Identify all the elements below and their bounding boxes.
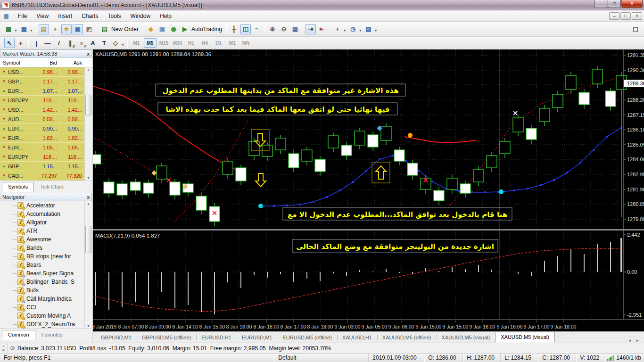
chevron-down-icon[interactable]: ▼ <box>30 29 33 32</box>
table-row[interactable]: ▼USDJPY110....110.... <box>0 96 92 105</box>
scroll-down-icon[interactable]: ▼ <box>85 324 92 328</box>
tile-windows-button[interactable]: ▦ <box>290 24 300 34</box>
zoom-out-button[interactable]: ⊖ <box>279 24 289 34</box>
navigator-item[interactable]: fBands <box>0 244 92 252</box>
mdi-minimize-button[interactable]: – <box>609 12 619 20</box>
tab-common[interactable]: Common <box>2 330 35 340</box>
timeframe-h1[interactable]: H1 <box>185 38 198 48</box>
table-row[interactable]: ▼CAD...77.29777.320 <box>0 171 92 181</box>
scrollbar-thumb[interactable] <box>85 95 91 115</box>
market-watch-scrollbar[interactable]: ▲ ▼ <box>84 67 92 181</box>
timeframe-w1[interactable]: W1 <box>226 38 239 48</box>
chart-tab[interactable]: EURUSD,M1 <box>237 333 278 343</box>
navigator-close-icon[interactable]: x <box>87 195 90 200</box>
terminal-controls[interactable]: ×≡ <box>0 343 8 353</box>
scroll-up-icon[interactable]: ▲ <box>85 201 92 206</box>
market-watch-close-icon[interactable]: x <box>87 51 90 57</box>
chevron-down-icon[interactable]: ▼ <box>121 43 124 46</box>
chevron-down-icon[interactable]: ▼ <box>343 29 347 32</box>
chart-tab[interactable]: EURUSD,M5 (offline) <box>278 333 337 343</box>
chart-shift-button[interactable]: ⇤ <box>317 24 327 34</box>
table-row[interactable]: ▼USD...1.42...1.42... <box>0 105 92 115</box>
chevron-down-icon[interactable]: ▼ <box>14 29 17 32</box>
chart-tab[interactable]: EURUSD,H1 <box>196 333 237 343</box>
navigator-button[interactable]: ★ <box>61 24 72 34</box>
profiles-button[interactable]: ▩ <box>19 24 29 34</box>
autotrading-button[interactable]: ▶ <box>180 24 190 34</box>
navigator-item[interactable]: fCall.Margin.Indica <box>0 295 92 303</box>
periods-button[interactable]: ◷ <box>348 24 358 34</box>
navigator-item[interactable]: fDDFX_2_NeuroTra <box>0 320 92 329</box>
vertical-line-button[interactable]: | <box>31 38 41 48</box>
trendline-button[interactable]: / <box>54 38 64 48</box>
chart-tab[interactable]: XAUUSD,H1 <box>337 333 377 343</box>
navigator-item[interactable]: fBB stops (new for <box>0 252 92 261</box>
navigator-item[interactable]: fBulls <box>0 286 92 295</box>
table-row[interactable]: ▼EURJPY118....118.... <box>0 152 92 162</box>
terminal-close-icon[interactable]: × <box>2 344 5 348</box>
timeframe-mn[interactable]: MN <box>239 38 252 48</box>
timeframe-d1[interactable]: D1 <box>212 38 225 48</box>
menu-file[interactable]: File <box>13 11 32 21</box>
signals-button[interactable]: ◉ <box>168 24 179 34</box>
chart-canvas[interactable]: هذه الاشارة غير متوافقة مع الماكد من بدا… <box>93 49 644 331</box>
timeframe-m30[interactable]: M30 <box>171 38 184 48</box>
navigator-item[interactable]: fBeast Super Signa <box>0 269 92 278</box>
table-row[interactable]: ▼USD...0.98...0.98... <box>0 67 92 77</box>
column-header-ask[interactable]: Ask <box>60 60 85 66</box>
column-header-bid[interactable]: Bid <box>35 60 60 66</box>
metaeditor-button[interactable]: ◆ <box>146 24 156 34</box>
horizontal-line-button[interactable]: — <box>42 38 53 48</box>
auto-scroll-button[interactable]: ⇥ <box>305 24 316 34</box>
menu-charts[interactable]: Charts <box>77 11 103 21</box>
text-button[interactable]: A <box>88 38 98 48</box>
chart-tab[interactable]: GBPUSD,M1 <box>96 333 137 343</box>
crosshair-button[interactable]: + <box>16 38 26 48</box>
arrows-button[interactable]: ◇ <box>110 38 121 48</box>
timeframe-m1[interactable]: M1 <box>130 38 143 48</box>
navigator-item[interactable]: fBears <box>0 261 92 269</box>
mdi-close-button[interactable]: × <box>632 12 642 20</box>
experts-button[interactable]: ▣ <box>157 24 167 34</box>
timeframe-m5[interactable]: M5 <box>144 38 157 48</box>
table-row[interactable]: ▼GBP...1.17...1.17... <box>0 77 92 86</box>
strategy-tester-button[interactable]: ◩ <box>84 24 94 34</box>
menu-insert[interactable]: Insert <box>53 11 77 21</box>
equidistant-channel-button[interactable]: ∥E <box>65 38 75 48</box>
table-row[interactable]: ▲EUR...0.90...0.90... <box>0 124 92 133</box>
tab-scroll-right-icon[interactable]: ▸ <box>634 338 641 343</box>
scroll-up-icon[interactable]: ▲ <box>85 67 92 72</box>
navigator-scrollbar[interactable]: ▲ ▼ <box>84 201 92 329</box>
data-window-button[interactable]: + <box>50 24 60 34</box>
bar-chart-button[interactable]: ╫ <box>229 24 239 34</box>
menu-view[interactable]: View <box>32 11 53 21</box>
minimize-button[interactable]: – <box>594 0 607 8</box>
cursor-button[interactable]: ↖ <box>4 38 15 48</box>
terminal-button[interactable]: ▣ <box>73 24 83 34</box>
fullscreen-button[interactable]: ▢ <box>630 24 641 34</box>
navigator-item[interactable]: fBollinger_Bands_S <box>0 278 92 286</box>
tab-tick-chart[interactable]: Tick Chart <box>34 182 70 192</box>
tab-scroll-left-icon[interactable]: ◂ <box>626 338 634 343</box>
timeframe-h4[interactable]: H4 <box>198 38 211 48</box>
tab-favorites[interactable]: Favorites <box>35 330 69 340</box>
scrollbar-thumb[interactable] <box>85 226 91 253</box>
menu-tools[interactable]: Tools <box>103 11 126 21</box>
table-row[interactable]: ▼EUR...1.05...1.05... <box>0 143 92 152</box>
chart-tab[interactable]: GBPUSD,M5 (offline) <box>137 333 196 343</box>
menu-window[interactable]: Window <box>126 11 156 21</box>
chart-tab[interactable]: XAUUSD,M5 (offline) <box>377 333 437 343</box>
navigator-item[interactable]: fCustom Moving A <box>0 312 92 320</box>
chevron-down-icon[interactable]: ▼ <box>374 29 378 32</box>
maximize-button[interactable]: □ <box>608 0 621 8</box>
table-row[interactable]: ▼EUR...1.82...1.82... <box>0 133 92 143</box>
text-label-button[interactable]: T <box>99 38 109 48</box>
fibonacci-button[interactable]: ≡F <box>76 38 87 48</box>
terminal-menu-icon[interactable]: ≡ <box>2 348 5 353</box>
close-button[interactable]: × <box>621 0 643 8</box>
title-bar[interactable]: ◥ 6586710: BDSwissGlobal-Demo01 - Demo A… <box>0 0 644 10</box>
templates-button[interactable]: ▨ <box>363 24 374 34</box>
navigator-item[interactable]: fAccumulation <box>0 210 92 218</box>
scroll-down-icon[interactable]: ▼ <box>85 176 92 180</box>
chart-tab[interactable]: XAUUSD,M5 (visual) <box>495 332 555 343</box>
